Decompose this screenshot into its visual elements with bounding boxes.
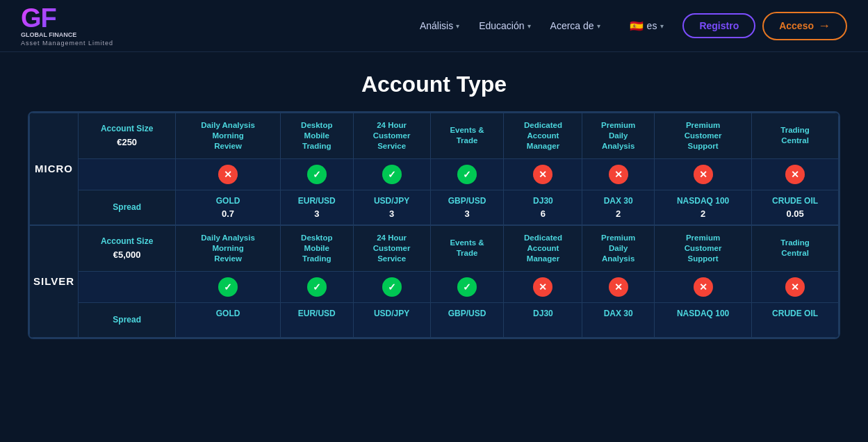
account-type-table: MICRO Account Size €250 Daily AnalysisMo… — [29, 113, 839, 338]
chevron-down-icon: ▾ — [456, 22, 459, 30]
micro-spread-crudeoil: CRUDE OIL 0.05 — [752, 190, 839, 225]
micro-daily-analysis-icon: ✕ — [176, 158, 281, 190]
cross-icon: ✕ — [785, 165, 805, 184]
cross-icon: ✕ — [218, 165, 238, 184]
spread-label: Spread — [81, 202, 172, 212]
micro-24hr-icon: ✓ — [353, 158, 430, 190]
silver-spread-usdjpy: USD/JPY — [353, 302, 430, 337]
micro-spread-usdjpy: USD/JPY 3 — [353, 190, 430, 225]
silver-spread-gbpusd: GBP/USD — [430, 302, 504, 337]
micro-premium-support-icon: ✕ — [654, 158, 751, 190]
silver-daily-analysis-icon: ✓ — [176, 271, 281, 302]
col-premium-daily: PremiumDailyAnalysis — [582, 113, 654, 159]
acceso-button[interactable]: Acceso → — [762, 12, 847, 40]
silver-trading-central-icon: ✕ — [752, 271, 839, 302]
micro-spread-nasdaq: NASDAQ 100 2 — [654, 190, 751, 225]
micro-header-row: MICRO Account Size €250 Daily AnalysisMo… — [30, 113, 839, 159]
micro-spread-gbpusd: GBP/USD 3 — [430, 190, 504, 225]
silver-empty-cell — [79, 271, 176, 302]
silver-col-daily-analysis: Daily AnalysisMorningReview — [176, 225, 281, 271]
cross-icon: ✕ — [609, 277, 628, 297]
cross-icon: ✕ — [694, 277, 713, 297]
account-size-label: Account Size — [81, 124, 172, 133]
micro-dedicated-icon: ✕ — [504, 158, 582, 190]
nav-analisis[interactable]: Análisis ▾ — [413, 16, 466, 35]
micro-desktop-mobile-icon: ✓ — [280, 158, 353, 190]
silver-spread-nasdaq: NASDAQ 100 — [654, 302, 751, 337]
silver-dedicated-icon: ✕ — [504, 271, 582, 302]
col-events-trade: Events &Trade — [430, 113, 504, 159]
silver-col-trading-central: TradingCentral — [752, 225, 839, 271]
cross-icon: ✕ — [609, 165, 628, 184]
silver-premium-daily-icon: ✕ — [582, 271, 654, 302]
page-title-section: Account Type — [0, 52, 868, 111]
col-desktop-mobile: DesktopMobileTrading — [280, 113, 353, 159]
silver-spread-gold: GOLD — [176, 302, 281, 337]
logo-name: GLOBAL FINANCE — [21, 31, 76, 38]
silver-account-value: €5,000 — [81, 249, 172, 260]
cross-icon: ✕ — [785, 277, 805, 297]
micro-label: MICRO — [30, 113, 79, 225]
micro-trading-central-icon: ✕ — [752, 158, 839, 190]
micro-premium-daily-icon: ✕ — [582, 158, 654, 190]
check-icon: ✓ — [382, 165, 402, 184]
silver-col-events-trade: Events &Trade — [430, 225, 504, 271]
silver-header-row: SILVER Account Size €5,000 Daily Analysi… — [30, 225, 839, 271]
cross-icon: ✕ — [694, 165, 713, 184]
spread-label: Spread — [81, 315, 172, 325]
silver-col-desktop-mobile: DesktopMobileTrading — [280, 225, 353, 271]
nav-links: Análisis ▾ Educación ▾ Acerca de ▾ — [413, 16, 607, 35]
silver-spread-eurusd: EUR/USD — [280, 302, 353, 337]
check-icon: ✓ — [382, 277, 402, 297]
micro-events-icon: ✓ — [430, 158, 504, 190]
flag-icon: 🇪🇸 — [630, 19, 644, 33]
micro-spread-eurusd: EUR/USD 3 — [280, 190, 353, 225]
silver-label: SILVER — [30, 225, 79, 337]
micro-icons-row: ✕ ✓ ✓ ✓ ✕ ✕ ✕ — [30, 158, 839, 190]
chevron-down-icon: ▾ — [527, 22, 531, 30]
check-icon: ✓ — [307, 277, 327, 297]
silver-col-premium-support: PremiumCustomerSupport — [654, 225, 751, 271]
logo-gf[interactable]: GF — [21, 5, 56, 31]
nav-educacion[interactable]: Educación ▾ — [472, 16, 537, 35]
silver-spread-row: Spread GOLD EUR/USD USD/JPY GBP/USD — [30, 302, 839, 337]
silver-spread-dj30: DJ30 — [504, 302, 582, 337]
check-icon: ✓ — [218, 277, 238, 297]
registro-button[interactable]: Registro — [682, 13, 755, 38]
silver-24hr-icon: ✓ — [353, 271, 430, 302]
arrow-right-icon: → — [818, 19, 830, 33]
col-premium-support: PremiumCustomerSupport — [654, 113, 751, 159]
col-daily-analysis: Daily AnalysisMorningReview — [176, 113, 281, 159]
silver-desktop-mobile-icon: ✓ — [280, 271, 353, 302]
cross-icon: ✕ — [533, 165, 552, 184]
micro-empty-cell — [79, 158, 176, 190]
micro-spread-dax30: DAX 30 2 — [582, 190, 654, 225]
chevron-down-icon: ▾ — [597, 22, 600, 30]
lang-code: es — [647, 20, 657, 31]
page-title: Account Type — [0, 72, 868, 97]
col-24hr-customer: 24 HourCustomerService — [353, 113, 430, 159]
account-type-table-container: MICRO Account Size €250 Daily AnalysisMo… — [28, 111, 840, 339]
nav-acercade[interactable]: Acerca de ▾ — [543, 16, 607, 35]
micro-spread-gold: GOLD 0.7 — [176, 190, 281, 225]
micro-spread-row: Spread GOLD 0.7 EUR/USD 3 USD/JPY 3 GBP/… — [30, 190, 839, 225]
silver-spread-dax30: DAX 30 — [582, 302, 654, 337]
silver-spread-crudeoil: CRUDE OIL — [752, 302, 839, 337]
micro-spread-label-cell: Spread — [79, 190, 176, 225]
micro-account-value: €250 — [81, 137, 172, 147]
silver-account-size-label: Account Size — [81, 236, 172, 246]
silver-events-icon: ✓ — [430, 271, 504, 302]
cross-icon: ✕ — [533, 277, 552, 297]
logo-tagline: Asset Management Limited — [21, 40, 113, 47]
logo-area: GF GLOBAL FINANCE Asset Management Limit… — [21, 5, 113, 47]
col-dedicated-manager: DedicatedAccountManager — [504, 113, 582, 159]
navbar: GF GLOBAL FINANCE Asset Management Limit… — [0, 0, 868, 52]
check-icon: ✓ — [307, 165, 327, 184]
silver-col-24hr-customer: 24 HourCustomerService — [353, 225, 430, 271]
chevron-down-icon: ▾ — [660, 22, 664, 30]
silver-icons-row: ✓ ✓ ✓ ✓ ✕ ✕ ✕ — [30, 271, 839, 302]
silver-spread-label-cell: Spread — [79, 302, 176, 337]
col-trading-central: TradingCentral — [752, 113, 839, 159]
micro-spread-dj30: DJ30 6 — [504, 190, 582, 225]
language-selector[interactable]: 🇪🇸 es ▾ — [621, 15, 673, 37]
